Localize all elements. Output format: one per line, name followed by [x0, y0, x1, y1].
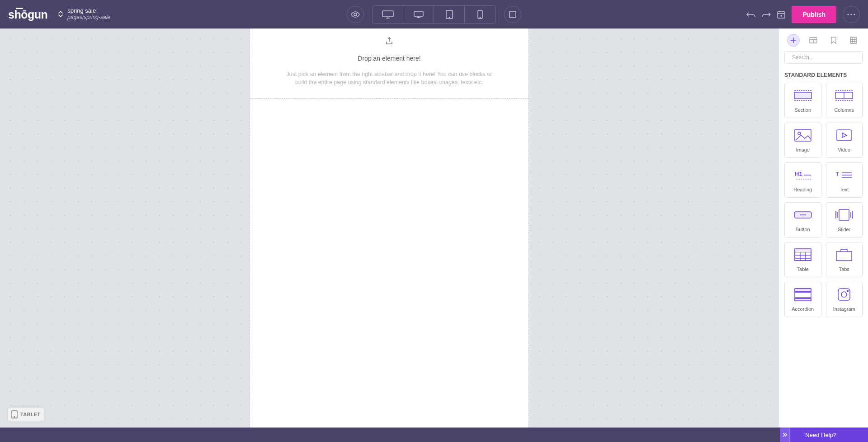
svg-rect-31	[795, 292, 811, 298]
page-title: spring sale	[67, 8, 110, 14]
page-path: pages/spring-sale	[67, 14, 110, 21]
page-switch-arrows[interactable]	[58, 11, 63, 17]
plus-icon	[790, 37, 797, 43]
svg-rect-25	[839, 209, 849, 220]
element-label: Text	[840, 187, 849, 192]
tablet-icon	[11, 410, 18, 418]
tab-add[interactable]	[787, 34, 800, 47]
element-label: Tabs	[839, 266, 849, 272]
tab-saved[interactable]	[827, 34, 840, 47]
element-image[interactable]: Image	[784, 123, 821, 158]
svg-point-20	[798, 132, 801, 135]
svg-point-36	[847, 290, 849, 292]
search-wrap	[779, 51, 868, 68]
svg-point-35	[841, 292, 847, 297]
svg-text:H1: H1	[795, 171, 802, 177]
preview-button[interactable]	[347, 6, 364, 23]
header-center	[347, 5, 521, 24]
help-widget[interactable]: Need Help?	[780, 428, 868, 442]
publish-button[interactable]: Publish	[792, 6, 836, 23]
page-info: spring sale pages/spring-sale	[67, 8, 110, 21]
section-icon	[793, 88, 812, 103]
elements-grid: Section Columns	[779, 83, 868, 323]
svg-rect-19	[795, 129, 811, 141]
element-label: Instagram	[833, 306, 855, 312]
fullwidth-toggle[interactable]	[504, 6, 521, 23]
svg-rect-2	[414, 11, 423, 16]
viewport-group	[372, 5, 496, 24]
dropzone[interactable]: Drop an element here! Just pick an eleme…	[250, 29, 528, 99]
slider-icon	[835, 208, 854, 222]
mobile-icon	[477, 10, 483, 19]
element-table[interactable]: Table	[784, 242, 821, 277]
svg-rect-21	[837, 130, 851, 141]
drop-icon	[385, 37, 393, 45]
element-slider[interactable]: Slider	[826, 202, 863, 238]
element-video[interactable]: Video	[826, 123, 863, 158]
more-menu-button[interactable]	[843, 6, 860, 23]
redo-button[interactable]	[762, 12, 771, 17]
svg-rect-32	[795, 299, 811, 301]
app-header: shōgun spring sale pages/spring-sale	[0, 0, 868, 29]
element-label: Heading	[793, 187, 812, 192]
desktop-icon	[414, 11, 424, 18]
search-input[interactable]	[791, 54, 861, 61]
element-text[interactable]: T Text	[826, 162, 863, 198]
accordion-icon	[793, 287, 812, 302]
grid-icon	[850, 37, 857, 44]
viewport-desktop-wide[interactable]	[373, 6, 403, 23]
redo-icon	[762, 12, 771, 17]
svg-rect-27	[795, 249, 811, 252]
layout-icon	[809, 37, 817, 43]
svg-point-13	[14, 417, 15, 418]
chevron-right-double-icon	[782, 432, 788, 437]
help-collapse-button[interactable]	[780, 428, 790, 442]
element-button[interactable]: Button	[784, 202, 821, 238]
columns-icon	[835, 88, 854, 103]
tablet-icon	[446, 10, 453, 19]
element-label: Video	[838, 147, 850, 152]
dropzone-description: Just pick an element from the right side…	[283, 70, 495, 86]
eye-icon	[351, 11, 360, 18]
element-instagram[interactable]: Instagram	[826, 282, 863, 317]
instagram-icon	[835, 287, 854, 302]
element-label: Section	[794, 107, 811, 113]
tab-layout[interactable]	[807, 34, 820, 47]
main-area: Drop an element here! Just pick an eleme…	[0, 29, 868, 428]
viewport-mobile[interactable]	[465, 6, 495, 23]
svg-point-11	[854, 14, 855, 15]
heading-icon: H1	[793, 168, 812, 182]
element-tabs[interactable]: Tabs	[826, 242, 863, 277]
calendar-plus-icon	[777, 10, 785, 19]
tab-data[interactable]	[847, 34, 860, 47]
app-footer: Need Help?	[0, 428, 868, 442]
element-label: Accordion	[792, 306, 814, 312]
element-columns[interactable]: Columns	[826, 83, 863, 118]
svg-point-9	[847, 14, 849, 15]
page-switcher[interactable]: spring sale pages/spring-sale	[58, 8, 110, 21]
element-heading[interactable]: H1 Heading	[784, 162, 821, 198]
table-icon	[793, 247, 812, 262]
element-label: Image	[796, 147, 810, 152]
section-title: STANDARD ELEMENTS	[779, 68, 868, 83]
svg-text:T: T	[836, 171, 840, 177]
svg-rect-17	[794, 92, 811, 99]
brand-logo: shōgun	[8, 7, 47, 21]
viewport-tablet[interactable]	[434, 6, 465, 23]
canvas[interactable]: Drop an element here! Just pick an eleme…	[250, 29, 529, 428]
elements-sidebar: STANDARD ELEMENTS Section	[778, 29, 868, 428]
undo-button[interactable]	[746, 12, 755, 17]
svg-rect-7	[509, 11, 516, 18]
viewport-desktop[interactable]	[403, 6, 434, 23]
sidebar-tabs	[779, 29, 868, 51]
element-label: Slider	[838, 227, 850, 232]
button-icon	[793, 208, 812, 222]
element-accordion[interactable]: Accordion	[784, 282, 821, 317]
svg-rect-1	[382, 11, 393, 17]
viewport-badge: TABLET	[7, 408, 44, 421]
element-section[interactable]: Section	[784, 83, 821, 118]
schedule-button[interactable]	[777, 10, 785, 19]
search-box[interactable]	[784, 51, 863, 64]
chevron-up-icon	[58, 11, 63, 14]
svg-point-4	[449, 17, 450, 18]
